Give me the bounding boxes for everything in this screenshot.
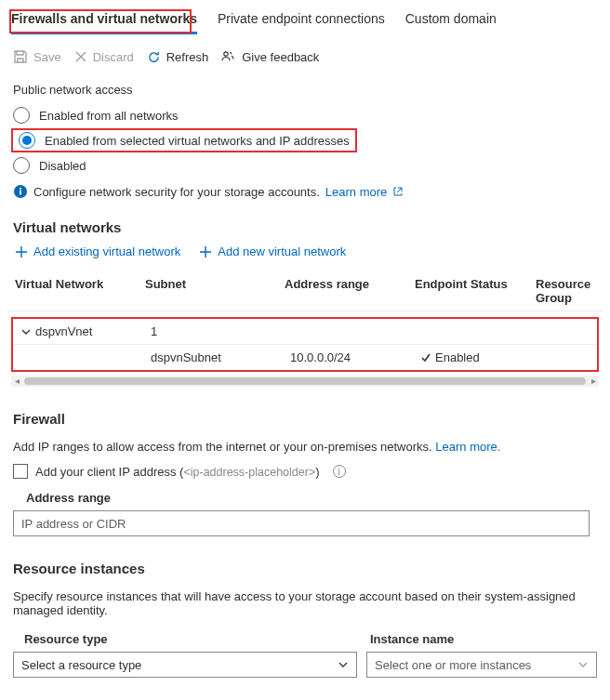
svg-rect-2 — [20, 191, 21, 195]
highlight-selected-radio: Enabled from selected virtual networks a… — [11, 128, 357, 152]
scroll-left-icon: ◂ — [11, 376, 22, 387]
exceptions-heading: Exceptions — [7, 696, 603, 700]
instance-name-dropdown[interactable]: Select one or more instances — [366, 652, 597, 678]
discard-icon — [74, 50, 87, 63]
instance-name-label: Instance name — [370, 632, 597, 646]
tab-custom-domain[interactable]: Custom domain — [405, 7, 497, 34]
radio-disabled[interactable]: Disabled — [7, 154, 603, 177]
feedback-icon — [221, 49, 236, 64]
refresh-label: Refresh — [166, 50, 209, 64]
public-access-heading: Public network access — [7, 81, 603, 104]
resource-instances-desc: Specify resource instances that will hav… — [7, 586, 603, 625]
endpoint-status: Enabled — [435, 350, 480, 364]
col-subnet: Subnet — [145, 277, 285, 305]
resource-type-label: Resource type — [24, 632, 370, 646]
info-icon — [13, 184, 28, 199]
save-button[interactable]: Save — [13, 49, 61, 64]
learn-more-text: Learn more — [325, 185, 387, 199]
resource-instances-heading: Resource instances — [7, 555, 603, 586]
info-tooltip-icon[interactable]: i — [333, 465, 346, 478]
radio-enabled-selected[interactable]: Enabled from selected virtual networks a… — [17, 132, 351, 149]
checkbox-icon — [13, 464, 28, 479]
toolbar: Save Discard Refresh Give feedback — [7, 40, 603, 81]
scroll-right-icon: ▸ — [588, 376, 599, 387]
discard-label: Discard — [93, 50, 134, 64]
address-range-label: Address range — [7, 482, 603, 510]
vnets-heading: Virtual networks — [7, 214, 603, 244]
chevron-down-icon — [338, 659, 349, 670]
radio-label: Enabled from selected virtual networks a… — [45, 134, 350, 148]
tab-bar: Firewalls and virtual networks Private e… — [7, 7, 603, 34]
save-label: Save — [33, 50, 61, 64]
tab-firewalls[interactable]: Firewalls and virtual networks — [11, 7, 197, 34]
client-ip-label: Add your client IP address (<ip-address-… — [35, 465, 320, 479]
vnet-subnet-count: 1 — [151, 324, 290, 338]
chevron-down-icon — [577, 659, 589, 670]
address-range-placeholder: IP address or CIDR — [21, 517, 126, 531]
refresh-button[interactable]: Refresh — [147, 50, 209, 64]
vnet-name: dspvnVnet — [35, 324, 92, 338]
horizontal-scrollbar[interactable]: ◂ ▸ — [11, 376, 599, 387]
plus-icon — [15, 245, 28, 258]
col-vnet: Virtual Network — [15, 277, 145, 305]
save-icon — [13, 49, 28, 64]
subnet-addr: 10.0.0.0/24 — [290, 350, 420, 364]
add-client-ip-checkbox[interactable]: Add your client IP address (<ip-address-… — [7, 461, 603, 482]
subnet-name: dspvnSubnet — [151, 350, 290, 364]
refresh-icon — [147, 50, 161, 64]
security-info: Configure network security for your stor… — [7, 177, 603, 214]
vnet-table-header: Virtual Network Subnet Address range End… — [7, 271, 603, 311]
tab-private-endpoints[interactable]: Private endpoint connections — [218, 7, 385, 34]
subnet-row[interactable]: dspvnSubnet 10.0.0.0/24 Enabled — [13, 344, 597, 370]
firewall-desc-text: Add IP ranges to allow access from the i… — [13, 440, 432, 454]
radio-label: Disabled — [39, 159, 86, 173]
svg-point-0 — [224, 52, 228, 56]
firewall-learn-more-link[interactable]: Learn more. — [435, 440, 500, 454]
info-text: Configure network security for your stor… — [33, 185, 320, 199]
firewall-desc: Add IP ranges to allow access from the i… — [7, 436, 603, 461]
chevron-down-icon — [20, 326, 32, 337]
resource-type-placeholder: Select a resource type — [21, 658, 141, 672]
radio-enabled-all[interactable]: Enabled from all networks — [7, 104, 603, 126]
add-new-label: Add new virtual network — [218, 244, 346, 258]
discard-button[interactable]: Discard — [74, 50, 134, 64]
instance-name-placeholder: Select one or more instances — [375, 658, 531, 672]
feedback-label: Give feedback — [242, 50, 319, 64]
col-rg: Resource Group — [536, 277, 595, 305]
col-ep: Endpoint Status — [415, 277, 536, 305]
radio-icon-selected — [19, 132, 35, 149]
address-range-input[interactable]: IP address or CIDR — [13, 510, 590, 536]
col-addr: Address range — [285, 277, 415, 305]
radio-icon — [13, 157, 30, 174]
learn-more-link[interactable]: Learn more — [325, 185, 403, 199]
scroll-thumb[interactable] — [24, 377, 586, 385]
add-existing-label: Add existing virtual network — [33, 244, 180, 258]
radio-icon — [13, 107, 30, 124]
add-new-vnet-button[interactable]: Add new virtual network — [199, 244, 346, 258]
check-icon — [420, 352, 431, 363]
highlight-vnet-rows: dspvnVnet 1 dspvnSubnet 10.0.0.0/24 Enab… — [11, 317, 599, 372]
vnet-row[interactable]: dspvnVnet 1 — [13, 319, 597, 344]
plus-icon — [199, 245, 212, 258]
firewall-heading: Firewall — [7, 405, 603, 436]
svg-rect-3 — [20, 188, 21, 190]
feedback-button[interactable]: Give feedback — [221, 49, 319, 64]
add-existing-vnet-button[interactable]: Add existing virtual network — [15, 244, 180, 258]
external-link-icon — [393, 187, 403, 196]
resource-type-dropdown[interactable]: Select a resource type — [13, 652, 357, 678]
radio-label: Enabled from all networks — [39, 109, 179, 123]
